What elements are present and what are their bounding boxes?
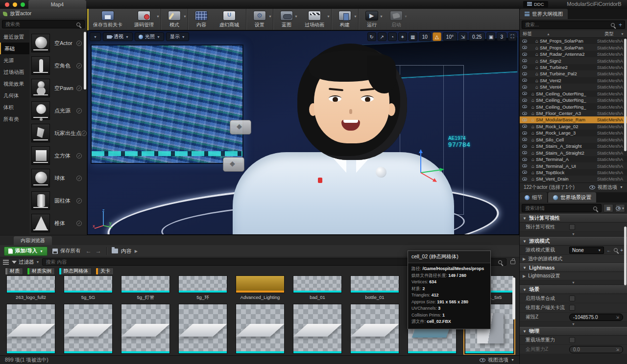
- grid-snap-icon[interactable]: ▦: [409, 32, 417, 41]
- angle-snap-icon[interactable]: △: [433, 32, 441, 41]
- placeable-actor-item[interactable]: 椎体: [31, 212, 83, 234]
- asset-tile[interactable]: 5g_5G: [60, 275, 116, 301]
- outliner-row[interactable]: ⌂ SM_Vent4 StaticMeshA: [520, 84, 627, 90]
- display-filter-button[interactable]: ▼: [615, 204, 625, 212]
- outliner-row[interactable]: ⌂ SM_Rock_Large_3 StaticMeshA: [520, 130, 627, 136]
- visibility-eye-icon[interactable]: [522, 132, 527, 135]
- world-local-toggle-icon[interactable]: ◔: [388, 32, 397, 41]
- filter-chip[interactable]: 关卡: [96, 268, 114, 275]
- type-column-header[interactable]: 类型: [604, 31, 614, 37]
- section-physics[interactable]: ▼物理: [520, 327, 627, 336]
- killz-field[interactable]: -1048575.0⇲: [569, 314, 623, 321]
- outliner-search-input[interactable]: [522, 22, 611, 27]
- breadcrumb[interactable]: 内容 ▶: [112, 248, 138, 255]
- outliner-row[interactable]: ⌂ SM_Stairs_A_Straight2 StaticMeshA: [520, 149, 627, 156]
- drag-handle-icon[interactable]: [81, 131, 87, 136]
- drag-handle-icon[interactable]: [76, 198, 82, 204]
- asset-tile[interactable]: [289, 304, 345, 355]
- place-actors-search-input[interactable]: [2, 22, 76, 27]
- section-lightmass[interactable]: ▼Lightmass: [520, 263, 627, 272]
- viewport-options-button[interactable]: ▼: [90, 32, 101, 41]
- label-column-header[interactable]: 标签: [523, 31, 532, 37]
- toolbar-button[interactable]: 蓝图 ▼: [274, 9, 299, 30]
- toolbar-button[interactable]: 内容 ▼: [189, 9, 214, 30]
- checkbox[interactable]: [569, 337, 575, 343]
- scale-snap-icon[interactable]: ⇲: [458, 32, 467, 41]
- outliner-row[interactable]: ⌂ SM_Vent_Drain StaticMeshA: [520, 176, 627, 182]
- visibility-eye-icon[interactable]: [522, 46, 527, 49]
- drag-handle-icon[interactable]: [76, 41, 82, 46]
- gamemode-select[interactable]: None▼: [569, 247, 604, 254]
- visibility-eye-icon[interactable]: [522, 171, 527, 174]
- visibility-eye-icon[interactable]: [522, 59, 527, 62]
- outliner-row[interactable]: ⌂ SM_Ceiling_OuterRing_ StaticMeshA: [520, 91, 627, 97]
- category-item[interactable]: 基础: [0, 43, 29, 54]
- level-tab[interactable]: Map4: [28, 0, 86, 9]
- filters-button[interactable]: 过滤器▼: [12, 259, 39, 266]
- gravity-z-field[interactable]: 0.0⇲: [569, 346, 623, 353]
- toolbar-button[interactable]: 启动 ▼: [384, 9, 409, 30]
- placeable-actor-item[interactable]: 圆柱体: [31, 189, 83, 212]
- toolbar-button[interactable]: 构建 ▼: [333, 9, 359, 30]
- visibility-eye-icon[interactable]: [522, 40, 527, 43]
- category-item[interactable]: 过场动画: [0, 66, 29, 78]
- filter-chip[interactable]: 静态网格体: [59, 268, 92, 275]
- outliner-view-options-button[interactable]: 视图选项 ▼: [589, 184, 623, 191]
- lightmass-settings-row[interactable]: ▶Lightmass设置: [520, 272, 627, 280]
- asset-tile[interactable]: [118, 304, 173, 355]
- outliner-row[interactable]: ⌂ SM_TopBlock StaticMeshA: [520, 169, 627, 176]
- placeable-actor-item[interactable]: 球体: [31, 167, 83, 189]
- asset-tile[interactable]: [60, 304, 116, 355]
- show-button[interactable]: 显示▼: [166, 32, 189, 41]
- drag-handle-icon[interactable]: [76, 63, 82, 68]
- section-precomputed-visibility[interactable]: ▼预计算可视性: [520, 214, 627, 223]
- filter-chip[interactable]: 材质实例: [27, 268, 55, 275]
- toolbar-button[interactable]: 运行 ▼: [360, 9, 384, 30]
- drag-handle-icon[interactable]: [76, 108, 82, 114]
- toolbar-button[interactable]: 设置 ▼: [247, 9, 273, 30]
- details-search[interactable]: [522, 204, 602, 212]
- drag-handle-icon[interactable]: [76, 153, 82, 159]
- visibility-eye-icon[interactable]: [522, 79, 527, 82]
- outliner-row[interactable]: ⌂ SM_Terminal_A_UI StaticMeshA: [520, 162, 627, 169]
- placeable-actor-item[interactable]: 空Pawn: [31, 77, 83, 99]
- visibility-eye-icon[interactable]: [522, 138, 527, 141]
- placeable-actor-item[interactable]: 玩家出生点: [31, 122, 83, 144]
- expander[interactable]: ▼: [520, 322, 627, 327]
- rotate-tool-icon[interactable]: ↻: [367, 32, 376, 41]
- checkbox[interactable]: [569, 224, 575, 230]
- perspective-button[interactable]: 透视▼: [103, 32, 133, 41]
- place-actors-search[interactable]: [2, 20, 85, 28]
- content-browser-tab[interactable]: 内容浏览器: [14, 236, 52, 245]
- view-options-button[interactable]: 视图选项 ▼: [480, 357, 514, 364]
- category-item[interactable]: 所有类: [0, 113, 29, 125]
- toolbar-button[interactable]: 模式 ▼: [162, 9, 188, 30]
- checkbox[interactable]: [569, 305, 575, 311]
- category-item[interactable]: 几何体: [0, 90, 29, 101]
- scrollbar[interactable]: [84, 32, 86, 90]
- add-filter-icon[interactable]: +: [619, 22, 622, 28]
- save-all-button[interactable]: 保存所有: [52, 248, 81, 254]
- lit-mode-button[interactable]: 光照▼: [135, 32, 164, 41]
- outliner-row[interactable]: ⌂ SM_Sign2 StaticMeshA: [520, 57, 627, 64]
- add-icon[interactable]: +: [620, 248, 623, 253]
- placeable-actor-item[interactable]: 点光源: [31, 99, 83, 122]
- visibility-eye-icon[interactable]: [522, 72, 527, 75]
- asset-tile[interactable]: [232, 304, 288, 355]
- sources-panel-icon[interactable]: [3, 260, 9, 265]
- grid-snap-value[interactable]: 10: [419, 32, 431, 41]
- category-item[interactable]: 最近放置: [0, 31, 29, 43]
- angle-snap-value[interactable]: 10°: [443, 32, 457, 41]
- browse-back-icon[interactable]: ←: [606, 248, 611, 253]
- visibility-eye-icon[interactable]: [522, 86, 527, 89]
- visibility-eye-icon[interactable]: [522, 178, 527, 181]
- selected-gamemode-row[interactable]: ▶选中的游戏模式: [520, 255, 627, 263]
- search-icon[interactable]: [614, 248, 618, 252]
- translate-gizmo[interactable]: [411, 148, 445, 182]
- visibility-eye-icon[interactable]: [522, 98, 527, 101]
- maximize-viewport-icon[interactable]: ⛶: [508, 32, 517, 41]
- category-item[interactable]: 体积: [0, 101, 29, 113]
- outliner-row[interactable]: ⌂ SM_Props_SolarPan StaticMeshA: [520, 38, 627, 44]
- scale-snap-value[interactable]: 0.25: [469, 32, 485, 41]
- toolbar-button[interactable]: 虚幻商城 ▼: [214, 9, 246, 30]
